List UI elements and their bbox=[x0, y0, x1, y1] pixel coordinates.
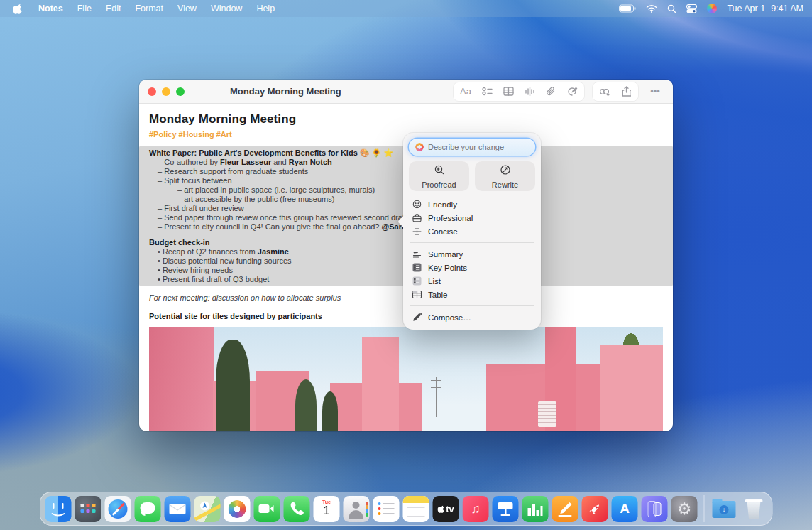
tone-professional-item[interactable]: Professional bbox=[409, 211, 535, 225]
checklist-icon[interactable] bbox=[478, 84, 496, 99]
dock-safari[interactable] bbox=[105, 496, 131, 522]
format-key-points-item[interactable]: Key Points bbox=[409, 261, 535, 274]
menu-item-file[interactable]: File bbox=[70, 4, 99, 13]
menu-item-edit[interactable]: Edit bbox=[99, 4, 128, 13]
format-table-item[interactable]: Table bbox=[409, 288, 535, 301]
menu-item-help[interactable]: Help bbox=[249, 4, 282, 13]
gear-icon: ⚙ bbox=[677, 499, 692, 519]
zoom-button[interactable] bbox=[176, 87, 185, 96]
share-icon[interactable] bbox=[617, 84, 635, 99]
heading-emojis: 🎨 🌻 ⭐ bbox=[360, 148, 393, 157]
rewrite-button[interactable]: Rewrite bbox=[475, 161, 535, 191]
wifi-icon[interactable] bbox=[646, 4, 657, 13]
tone-concise-item[interactable]: Concise bbox=[409, 225, 535, 238]
menu-item-window[interactable]: Window bbox=[204, 4, 249, 13]
dock-keynote[interactable] bbox=[493, 496, 519, 522]
dock-contacts[interactable] bbox=[344, 496, 370, 522]
attachment-icon[interactable] bbox=[542, 84, 560, 99]
toolbar-share-group bbox=[592, 82, 639, 102]
dock-iphone-mirroring[interactable] bbox=[642, 496, 668, 522]
dock-app-store[interactable]: A bbox=[612, 496, 638, 522]
describe-change-input[interactable] bbox=[428, 143, 529, 151]
cypress-tree bbox=[216, 340, 250, 431]
apple-menu-icon[interactable] bbox=[13, 3, 24, 14]
markup-icon[interactable] bbox=[563, 84, 581, 99]
rewrite-circle-icon bbox=[500, 164, 511, 178]
table-icon[interactable] bbox=[499, 84, 517, 99]
more-button[interactable]: ••• bbox=[646, 84, 664, 99]
note-photo-pink-buildings[interactable] bbox=[149, 327, 663, 431]
format-summary-item[interactable]: Summary bbox=[409, 247, 535, 261]
dock-downloads-folder[interactable]: ↓ bbox=[711, 496, 737, 522]
menubar-clock[interactable]: Tue Apr 1 9:41 AM bbox=[727, 4, 803, 13]
toolbar-format-group: Aa bbox=[453, 82, 585, 102]
palm-plant bbox=[619, 327, 643, 345]
menu-item-view[interactable]: View bbox=[170, 4, 204, 13]
dock-mail[interactable] bbox=[165, 496, 191, 522]
cypress-tree bbox=[295, 379, 317, 432]
dock-pages[interactable] bbox=[552, 496, 578, 522]
table-icon bbox=[412, 291, 422, 298]
window-titlebar[interactable]: Monday Morning Meeting Aa bbox=[139, 80, 673, 104]
add-link-icon[interactable] bbox=[596, 84, 614, 99]
pink-building bbox=[149, 327, 214, 431]
note-title: Monday Morning Meeting bbox=[149, 114, 663, 124]
compose-item[interactable]: Compose… bbox=[409, 310, 535, 324]
search-icon[interactable] bbox=[667, 4, 676, 13]
dock-calendar[interactable]: Tue 1 bbox=[314, 496, 340, 522]
dock-reminders[interactable] bbox=[373, 496, 400, 522]
list-icon bbox=[412, 276, 422, 286]
pink-building bbox=[362, 337, 399, 431]
apple-tv-label: tv bbox=[446, 504, 454, 514]
dock-rocket-app[interactable] bbox=[582, 496, 608, 522]
apple-intelligence-icon[interactable] bbox=[707, 4, 717, 13]
dock-music[interactable]: ♫ bbox=[463, 496, 489, 522]
format-list-item[interactable]: List bbox=[409, 274, 535, 288]
dock-facetime[interactable] bbox=[254, 496, 280, 522]
menu-separator bbox=[410, 242, 534, 243]
proofread-magnifier-icon bbox=[434, 164, 445, 178]
minimize-button[interactable] bbox=[162, 87, 170, 96]
briefcase-icon bbox=[412, 214, 422, 222]
dock-launchpad[interactable] bbox=[75, 496, 102, 522]
tone-friendly-item[interactable]: Friendly bbox=[409, 198, 535, 211]
writing-tools-popup: Proofread Rewrite Friendly Professio bbox=[403, 133, 541, 330]
download-arrow-icon: ↓ bbox=[720, 505, 729, 514]
audio-waveform-icon[interactable] bbox=[520, 84, 539, 99]
format-text-button[interactable]: Aa bbox=[456, 84, 475, 99]
dock: Tue 1 tv ♫ A ⚙ ↓ bbox=[40, 492, 773, 526]
dock-numbers[interactable] bbox=[522, 496, 549, 522]
describe-change-field[interactable] bbox=[409, 139, 535, 156]
dock-apple-tv[interactable]: tv bbox=[433, 496, 459, 522]
dock-finder[interactable] bbox=[45, 496, 72, 522]
key-points-icon bbox=[412, 263, 422, 272]
window-title: Monday Morning Meeting bbox=[230, 86, 341, 97]
concise-icon bbox=[412, 227, 422, 236]
dock-phone[interactable] bbox=[284, 496, 310, 522]
menu-item-notes[interactable]: Notes bbox=[31, 4, 70, 13]
building-door bbox=[538, 401, 556, 427]
menu-item-format[interactable]: Format bbox=[128, 4, 170, 13]
cypress-tree bbox=[322, 391, 338, 431]
dock-messages[interactable] bbox=[135, 496, 161, 522]
desktop-wallpaper: Notes File Edit Format View Window Help … bbox=[0, 0, 812, 530]
calendar-day: 1 bbox=[314, 504, 340, 517]
dock-photos[interactable] bbox=[224, 496, 251, 522]
dock-system-settings[interactable]: ⚙ bbox=[671, 496, 698, 522]
pencil-icon bbox=[412, 313, 422, 322]
music-note-glyph: ♫ bbox=[471, 502, 481, 517]
summary-icon bbox=[412, 251, 422, 258]
control-center-icon[interactable] bbox=[686, 4, 697, 13]
close-button[interactable] bbox=[148, 87, 156, 96]
dock-maps[interactable] bbox=[194, 496, 221, 522]
smiley-icon bbox=[412, 200, 422, 209]
proofread-button[interactable]: Proofread bbox=[409, 161, 469, 191]
pink-building bbox=[600, 345, 663, 431]
dock-notes[interactable] bbox=[403, 496, 429, 522]
menu-bar: Notes File Edit Format View Window Help … bbox=[0, 0, 812, 17]
dock-trash[interactable] bbox=[741, 496, 767, 522]
tv-antenna bbox=[436, 377, 437, 417]
apple-intelligence-icon bbox=[415, 143, 424, 151]
menu-separator bbox=[410, 305, 534, 306]
battery-icon[interactable] bbox=[619, 4, 636, 13]
